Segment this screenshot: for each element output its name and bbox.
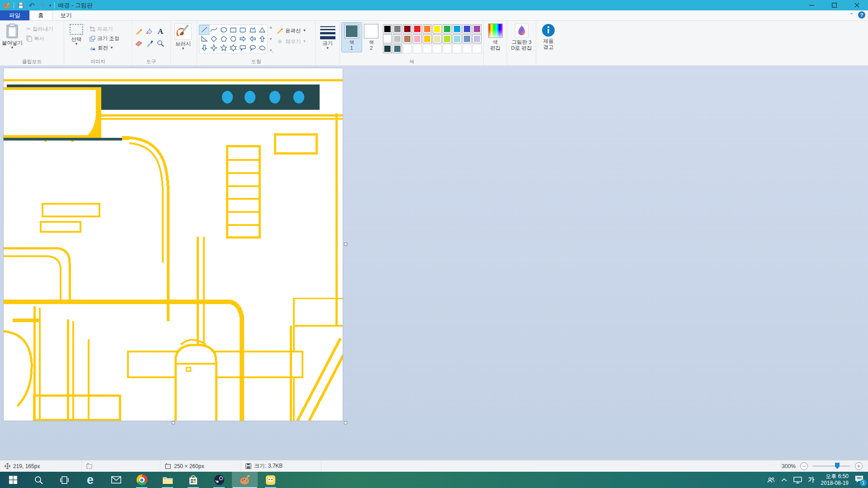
taskbar-store[interactable]	[180, 472, 206, 488]
palette-color-1-1[interactable]	[393, 34, 402, 43]
taskbar-edge[interactable]: e	[77, 472, 103, 488]
palette-empty-2-6[interactable]	[443, 44, 452, 53]
tab-file[interactable]: 파일	[0, 10, 29, 20]
palette-color-0-1[interactable]	[393, 24, 402, 33]
palette-color-0-5[interactable]	[433, 24, 442, 33]
palette-color-1-6[interactable]	[443, 34, 452, 43]
maximize-button[interactable]	[823, 0, 845, 10]
shape-ellipse[interactable]	[219, 25, 228, 34]
text-tool[interactable]: A	[156, 26, 165, 37]
shape-arrow-left[interactable]	[248, 34, 257, 43]
palette-color-1-9[interactable]	[472, 34, 481, 43]
taskbar-kakaotalk[interactable]	[258, 472, 283, 488]
zoom-slider-thumb[interactable]	[835, 463, 840, 469]
palette-empty-2-2[interactable]	[403, 44, 412, 53]
shapes-scroll-down-icon[interactable]: ▼	[269, 37, 273, 41]
shape-callout-oval[interactable]	[248, 43, 257, 52]
ime-indicator[interactable]: 가	[808, 476, 815, 484]
taskbar-clock[interactable]: 오후 6:50 2018-08-19	[821, 473, 849, 487]
palette-color-0-0[interactable]	[383, 24, 392, 33]
cut-button[interactable]: ✂ 잘라내기	[26, 25, 53, 33]
resize-button[interactable]: 크기 조정	[90, 35, 119, 42]
shape-right-triangle[interactable]	[199, 34, 209, 43]
palette-color-0-2[interactable]	[403, 24, 412, 33]
palette-color-0-4[interactable]	[423, 24, 432, 33]
color2-button[interactable]: 색 2	[362, 23, 382, 52]
color-picker-tool[interactable]	[145, 38, 155, 49]
palette-color-1-4[interactable]	[423, 34, 432, 43]
collapse-ribbon-icon[interactable]: ⌃	[849, 12, 854, 18]
paste-button[interactable]: 붙여넣기 ▼	[2, 23, 23, 50]
palette-color-1-2[interactable]	[403, 34, 412, 43]
outline-button[interactable]: 윤곽선 ▼	[277, 27, 306, 34]
palette-color-1-5[interactable]	[433, 34, 442, 43]
crop-button[interactable]: 자르기	[90, 25, 119, 33]
palette-color-1-3[interactable]	[413, 34, 422, 43]
shape-callout-cloud[interactable]	[258, 43, 267, 52]
shape-star-6[interactable]	[228, 43, 238, 52]
shape-fill-button[interactable]: 채우기 ▼	[277, 38, 306, 45]
palette-color-1-7[interactable]	[453, 34, 462, 43]
palette-color-1-8[interactable]	[462, 34, 472, 43]
fill-tool[interactable]	[145, 26, 155, 37]
shape-triangle[interactable]	[258, 25, 267, 34]
palette-color-0-7[interactable]	[453, 24, 462, 33]
palette-color-0-9[interactable]	[472, 24, 481, 33]
size-button[interactable]: 크기 ▼	[317, 23, 338, 50]
tab-view[interactable]: 보기	[52, 10, 80, 20]
help-icon[interactable]: ?	[858, 11, 865, 19]
tray-chevron-up-icon[interactable]	[781, 478, 787, 482]
palette-color-0-8[interactable]	[462, 24, 472, 33]
eraser-tool[interactable]	[134, 38, 144, 49]
start-button[interactable]	[0, 472, 26, 488]
task-view-button[interactable]	[52, 472, 77, 488]
shape-hexagon[interactable]	[228, 34, 238, 43]
taskbar-chrome[interactable]	[129, 472, 155, 488]
minimize-button[interactable]	[800, 0, 823, 10]
taskbar-steam[interactable]	[206, 472, 232, 488]
people-icon[interactable]	[767, 477, 775, 483]
notification-center-button[interactable]: 1	[855, 475, 863, 484]
paint3d-button[interactable]: 그림판 3 D로 편집	[509, 23, 534, 51]
shapes-more-icon[interactable]: ▼̲	[269, 48, 273, 52]
magnifier-tool[interactable]	[156, 38, 165, 49]
palette-empty-2-3[interactable]	[413, 44, 422, 53]
palette-color-0-3[interactable]	[413, 24, 422, 33]
network-display-icon[interactable]	[793, 477, 802, 483]
canvas-workspace[interactable]	[0, 66, 868, 460]
palette-color-0-6[interactable]	[443, 24, 452, 33]
qat-customize-caret[interactable]: ▾	[49, 3, 52, 8]
shape-rectangle[interactable]	[228, 25, 238, 34]
save-button[interactable]	[17, 1, 25, 9]
shape-polygon[interactable]	[248, 25, 257, 34]
canvas-resize-handle-corner[interactable]	[344, 421, 347, 424]
edit-colors-button[interactable]: 색 편집	[486, 23, 505, 51]
palette-color-2-0[interactable]	[383, 44, 392, 53]
redo-button[interactable]: ↷	[38, 1, 47, 9]
shape-diamond[interactable]	[209, 34, 218, 43]
shape-callout-rounded[interactable]	[238, 43, 248, 52]
zoom-out-button[interactable]: −	[800, 462, 808, 470]
brush-button[interactable]: 브러시 ▼	[173, 23, 193, 51]
palette-color-2-1[interactable]	[393, 44, 402, 53]
undo-button[interactable]: ↶	[28, 1, 36, 9]
shape-rounded-rectangle[interactable]	[238, 25, 248, 34]
close-button[interactable]	[845, 0, 868, 10]
shape-arrow-right[interactable]	[238, 34, 248, 43]
shape-pentagon[interactable]	[219, 34, 228, 43]
drawing-canvas[interactable]	[4, 68, 343, 421]
shape-curve[interactable]	[209, 25, 218, 34]
shape-star-5[interactable]	[219, 43, 228, 52]
palette-empty-2-4[interactable]	[423, 44, 432, 53]
taskbar-paint-active[interactable]	[232, 472, 258, 488]
palette-empty-2-9[interactable]	[472, 44, 481, 53]
taskbar-search-button[interactable]	[26, 472, 52, 488]
shape-star-4[interactable]	[209, 43, 218, 52]
palette-empty-2-8[interactable]	[462, 44, 472, 53]
tab-home[interactable]: 홈	[29, 10, 52, 20]
color1-button[interactable]: 색 1	[342, 23, 362, 52]
shape-arrow-up[interactable]	[258, 34, 267, 43]
shape-line[interactable]	[199, 25, 209, 34]
palette-empty-2-7[interactable]	[453, 44, 462, 53]
product-alert-button[interactable]: 제품 경고	[538, 23, 559, 50]
